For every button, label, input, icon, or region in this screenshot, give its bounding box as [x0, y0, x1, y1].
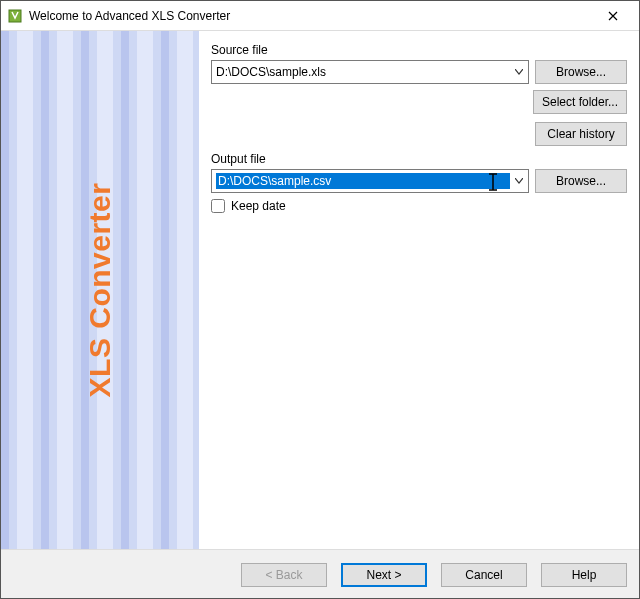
wizard-footer: < Back Next > Cancel Help — [1, 549, 639, 599]
app-icon — [7, 8, 23, 24]
output-file-label: Output file — [211, 152, 627, 166]
chevron-down-icon[interactable] — [510, 170, 528, 192]
wizard-content: XLS Converter Source file D:\DOCS\sample… — [1, 31, 639, 549]
wizard-main: Source file D:\DOCS\sample.xls Browse...… — [199, 31, 639, 549]
next-button[interactable]: Next > — [341, 563, 427, 587]
wizard-sidebar: XLS Converter — [1, 31, 199, 549]
output-browse-button[interactable]: Browse... — [535, 169, 627, 193]
back-button: < Back — [241, 563, 327, 587]
svg-rect-0 — [9, 10, 21, 22]
source-file-input[interactable]: D:\DOCS\sample.xls — [211, 60, 529, 84]
sidebar-brand: XLS Converter — [83, 183, 117, 398]
close-button[interactable] — [593, 2, 633, 30]
help-button[interactable]: Help — [541, 563, 627, 587]
source-browse-button[interactable]: Browse... — [535, 60, 627, 84]
titlebar: Welcome to Advanced XLS Converter — [1, 1, 639, 31]
output-file-value: D:\DOCS\sample.csv — [216, 173, 510, 189]
select-folder-button[interactable]: Select folder... — [533, 90, 627, 114]
output-file-input[interactable]: D:\DOCS\sample.csv — [211, 169, 529, 193]
source-file-value: D:\DOCS\sample.xls — [216, 65, 510, 79]
window-title: Welcome to Advanced XLS Converter — [29, 9, 593, 23]
keep-date-checkbox[interactable] — [211, 199, 225, 213]
keep-date-label: Keep date — [231, 199, 286, 213]
clear-history-button[interactable]: Clear history — [535, 122, 627, 146]
cancel-button[interactable]: Cancel — [441, 563, 527, 587]
source-file-label: Source file — [211, 43, 627, 57]
chevron-down-icon[interactable] — [510, 61, 528, 83]
